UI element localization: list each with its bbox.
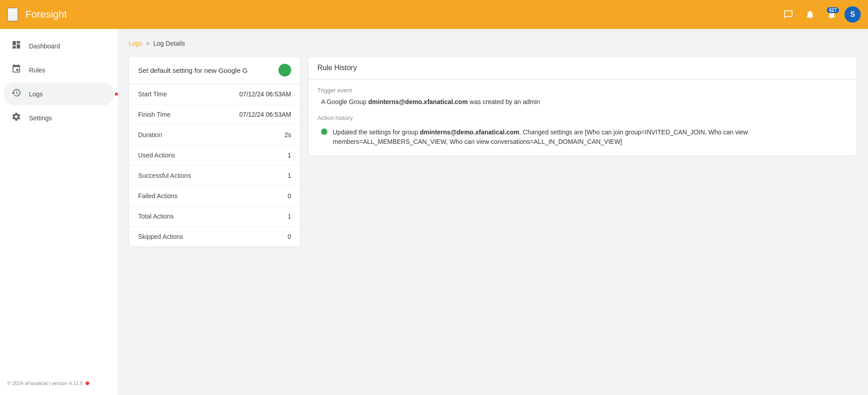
settings-icon [11,112,22,124]
row-value: 07/12/24 06:53AM [240,111,291,118]
sidebar-item-logs[interactable]: Logs [4,82,114,105]
status-dot [86,381,89,385]
sidebar-item-settings[interactable]: Settings [4,106,114,129]
rule-history-header: Rule History [308,57,857,80]
row-label: Total Actions [138,213,174,220]
card-header: Set default setting for new Google G [129,57,300,84]
trigger-text: A Google Group dminterns@demo.xfanatical… [317,98,848,105]
cards-row: Set default setting for new Google G Sta… [129,56,857,247]
card-rows: Start Time 07/12/24 06:53AM Finish Time … [129,84,300,247]
sidebar-item-dashboard[interactable]: Dashboard [4,34,114,57]
row-value: 07/12/24 06:53AM [240,90,291,98]
table-row: Total Actions 1 [129,206,300,227]
breadcrumb-logs-link[interactable]: Logs [129,40,142,47]
trigger-section-label: Trigger event [317,87,848,94]
card-title: Set default setting for new Google G [138,67,248,74]
chat-icon[interactable] [779,5,797,24]
logs-label: Logs [29,90,43,98]
status-active-indicator [278,64,291,76]
breadcrumb-current: Log Details [153,40,185,47]
menu-icon[interactable]: ☰ [7,8,18,21]
notification-badge: 627 [827,7,839,13]
trigger-suffix: was created by an admin [468,98,540,105]
table-row: Failed Actions 0 [129,186,300,206]
nav-items: Dashboard Rules Logs [0,34,118,129]
table-row: Skipped Actions 0 [129,227,300,247]
row-value: 2s [284,131,291,138]
trigger-prefix: A Google Group [321,98,368,105]
row-label: Finish Time [138,111,171,118]
action-group-email: dminterns@demo.xfanatical.com [420,128,519,136]
content-area: Logs > Log Details Set default setting f… [118,29,868,395]
main-layout: Dashboard Rules Logs [0,29,868,395]
action-history-section: Action history Updated the settings for … [317,114,848,148]
row-label: Successful Actions [138,172,191,179]
notification-icon[interactable]: 627 [823,5,841,24]
user-avatar[interactable]: S [844,6,861,23]
action-text: Updated the settings for group dminterns… [333,128,844,147]
row-label: Skipped Actions [138,233,183,240]
rule-history-title: Rule History [317,64,357,71]
dashboard-icon [11,40,22,52]
row-value: 0 [288,192,291,200]
sidebar-footer: © 2024 xFanatical | version 4.11.5 [0,377,118,390]
rules-label: Rules [29,67,45,74]
row-label: Failed Actions [138,192,177,200]
table-row: Used Actions 1 [129,145,300,166]
row-value: 0 [288,233,291,240]
table-row: Start Time 07/12/24 06:53AM [129,84,300,105]
footer-text: © 2024 xFanatical | version 4.11.5 [7,381,83,386]
dashboard-label: Dashboard [29,43,60,50]
sidebar: Dashboard Rules Logs [0,29,118,395]
table-row: Duration 2s [129,125,300,145]
alert-icon[interactable] [801,5,819,24]
row-label: Duration [138,131,162,138]
action-section-label: Action history [317,114,848,121]
row-value: 1 [288,172,291,179]
arrow-annotation [115,89,118,100]
table-row: Successful Actions 1 [129,166,300,186]
log-detail-card: Set default setting for new Google G Sta… [129,56,301,247]
settings-label: Settings [29,114,52,122]
table-row: Finish Time 07/12/24 06:53AM [129,105,300,125]
rule-history-body: Trigger event A Google Group dminterns@d… [308,80,857,156]
breadcrumb: Logs > Log Details [129,40,857,47]
trigger-group-email: dminterns@demo.xfanatical.com [368,98,468,105]
logs-icon [11,88,22,100]
action-item: Updated the settings for group dminterns… [317,126,848,148]
row-value: 1 [288,152,291,159]
action-status-dot [321,128,327,135]
action-prefix: Updated the settings for group [333,128,420,136]
header-icons: 627 S [779,5,861,24]
row-label: Used Actions [138,152,175,159]
sidebar-item-rules[interactable]: Rules [4,58,114,81]
arrow-body [115,93,118,95]
breadcrumb-separator: > [146,40,149,47]
row-label: Start Time [138,90,167,98]
app-title: Foresight [25,9,772,20]
row-value: 1 [288,213,291,220]
top-header: ☰ Foresight 627 S [0,0,868,29]
rules-icon [11,64,22,76]
rule-history-card: Rule History Trigger event A Google Grou… [308,56,857,156]
